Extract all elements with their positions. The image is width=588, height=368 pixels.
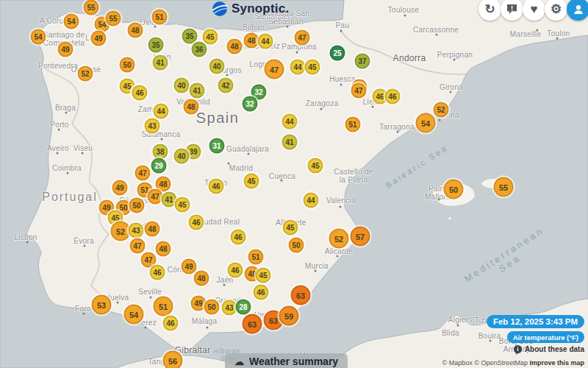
temp-marker[interactable]: 47 [265, 60, 284, 79]
temp-marker[interactable]: 54 [64, 14, 79, 29]
temp-marker[interactable]: 52 [329, 229, 349, 249]
temp-marker[interactable]: 55 [494, 177, 514, 197]
temp-marker[interactable]: 44 [258, 34, 273, 49]
mapbox-attribution[interactable]: © Mapbox [442, 359, 473, 367]
temp-marker[interactable]: 43 [129, 223, 144, 238]
temp-marker[interactable]: 45 [308, 158, 323, 174]
temp-marker[interactable]: 28 [236, 300, 251, 315]
temp-marker[interactable]: 41 [282, 135, 298, 150]
temp-marker[interactable]: 36 [192, 42, 207, 57]
temp-marker[interactable]: 25 [330, 46, 345, 61]
temp-marker[interactable]: 46 [254, 285, 269, 300]
temp-marker[interactable]: 56 [163, 351, 183, 368]
temp-marker[interactable]: 46 [231, 230, 246, 245]
settings-button[interactable]: ⚙ [545, 0, 567, 21]
temp-marker[interactable]: 50 [204, 300, 220, 315]
temp-marker[interactable]: 46 [385, 89, 401, 105]
temp-marker[interactable]: 40 [209, 59, 225, 74]
temp-marker[interactable]: 31 [209, 138, 225, 154]
temp-marker[interactable]: 47 [295, 30, 310, 46]
temp-marker[interactable]: 47 [130, 238, 146, 254]
temp-marker[interactable]: 35 [182, 29, 198, 44]
temp-marker[interactable]: 47 [351, 83, 367, 99]
temp-marker[interactable]: 41 [153, 55, 168, 71]
layer-selector-pill[interactable]: Air temperature (°F) [507, 331, 584, 343]
temp-marker[interactable]: 52 [78, 66, 93, 82]
temp-marker[interactable]: 63 [291, 286, 311, 305]
temp-marker[interactable]: 51 [152, 10, 168, 25]
temp-marker[interactable]: 40 [174, 149, 190, 164]
temp-marker[interactable]: 46 [132, 85, 148, 101]
temp-marker[interactable]: 45 [175, 197, 190, 213]
temp-marker[interactable]: 50 [129, 198, 145, 213]
temp-marker[interactable]: 48 [156, 241, 171, 257]
temp-marker[interactable]: 54 [416, 113, 436, 133]
osm-attribution[interactable]: © OpenStreetMap [474, 359, 528, 367]
temp-marker[interactable]: 50 [120, 57, 135, 73]
temp-marker[interactable]: 51 [248, 250, 264, 265]
weather-map[interactable]: Synoptic. ↻ ♥ ⚙ A CoruñaSantiago de Comp… [0, 0, 588, 368]
refresh-button[interactable]: ↻ [478, 0, 501, 21]
temp-marker[interactable]: 43 [145, 118, 160, 134]
temp-marker[interactable]: 32 [243, 96, 258, 112]
temp-marker[interactable]: 45 [283, 220, 298, 236]
temp-marker[interactable]: 45 [305, 60, 320, 75]
temp-marker[interactable]: 44 [282, 114, 298, 130]
temp-marker[interactable]: 44 [304, 193, 319, 208]
feedback-button[interactable] [501, 0, 523, 21]
temp-marker[interactable]: 43 [222, 300, 237, 316]
temp-marker[interactable]: 48 [244, 33, 259, 49]
temp-marker[interactable]: 41 [190, 83, 205, 99]
temp-marker[interactable]: 57 [351, 227, 370, 247]
temp-marker[interactable]: 52 [111, 222, 131, 241]
about-these-data-link[interactable]: i About these data [514, 345, 584, 353]
temp-marker[interactable]: 50 [444, 180, 464, 199]
temp-marker[interactable]: 55 [84, 0, 99, 15]
temp-marker[interactable]: 40 [174, 78, 190, 93]
temp-marker[interactable]: 49 [58, 42, 74, 57]
temp-marker[interactable]: 46 [228, 263, 243, 278]
temp-marker[interactable]: 54 [124, 305, 144, 325]
temp-marker[interactable]: 50 [289, 238, 304, 253]
temp-marker[interactable]: 49 [182, 259, 197, 275]
temp-marker[interactable]: 29 [151, 158, 167, 174]
temp-marker[interactable]: 38 [153, 144, 168, 160]
favorites-button[interactable]: ♥ [523, 0, 545, 21]
account-button[interactable] [567, 0, 588, 21]
city-dot [337, 255, 339, 258]
temp-marker[interactable]: 54 [31, 29, 46, 45]
improve-map-link[interactable]: Improve this map [529, 359, 584, 367]
temp-marker[interactable]: 48 [194, 271, 209, 286]
temp-marker[interactable]: 47 [135, 166, 151, 181]
temp-marker[interactable]: 53 [92, 295, 112, 315]
temp-marker[interactable]: 59 [279, 306, 299, 326]
temp-marker[interactable]: 49 [112, 180, 128, 196]
temp-marker[interactable]: 46 [163, 316, 179, 331]
temp-marker[interactable]: 48 [184, 99, 199, 115]
temp-marker[interactable]: 49 [91, 31, 107, 46]
temp-marker[interactable]: 48 [227, 39, 243, 54]
temp-marker[interactable]: 45 [256, 268, 271, 283]
temp-marker[interactable]: 52 [434, 102, 449, 118]
temp-marker[interactable]: 37 [355, 54, 370, 69]
temp-marker[interactable]: 46 [189, 215, 204, 230]
weather-summary-button[interactable]: ☁︎ Weather summary [225, 353, 348, 368]
temp-marker[interactable]: 51 [345, 117, 361, 132]
temp-marker[interactable]: 51 [154, 297, 173, 316]
city-label: Viseu [74, 144, 93, 152]
temp-marker[interactable]: 48 [128, 23, 143, 38]
temp-marker[interactable]: 63 [243, 314, 262, 334]
temp-marker[interactable]: 46 [209, 179, 224, 194]
temp-marker[interactable]: 47 [148, 189, 163, 205]
temp-marker[interactable]: 55 [106, 11, 121, 26]
temp-marker[interactable]: 45 [244, 174, 259, 189]
temp-marker[interactable]: 46 [150, 265, 165, 280]
temp-marker[interactable]: 44 [154, 104, 169, 119]
temp-marker[interactable]: 35 [148, 38, 164, 53]
temp-marker[interactable]: 44 [290, 60, 306, 75]
city-dot [287, 26, 289, 28]
temp-marker[interactable]: 42 [218, 78, 234, 93]
timestamp-pill[interactable]: Feb 12, 2025 3:43 PM [487, 315, 584, 328]
temp-marker[interactable]: 48 [145, 222, 160, 237]
temp-marker[interactable]: 45 [203, 29, 218, 45]
